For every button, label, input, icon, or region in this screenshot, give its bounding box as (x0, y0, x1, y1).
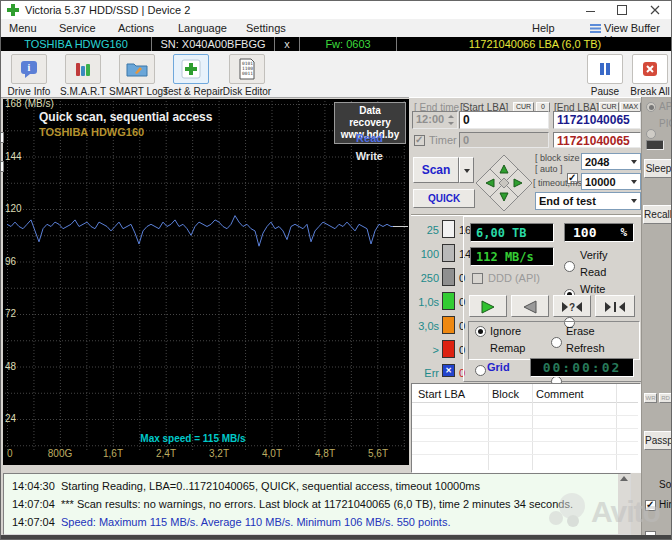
svg-text:5,6T: 5,6T (368, 448, 388, 459)
drive-info-button[interactable]: i Drive Info (1, 53, 57, 95)
erase-radio[interactable] (551, 337, 562, 348)
speed-lcd: 112 MB/s (470, 247, 554, 266)
recall-button[interactable]: Recall (643, 205, 672, 224)
timer-checkbox[interactable] (414, 135, 425, 146)
buffer-list-icon (590, 24, 601, 33)
svg-text:i: i (28, 62, 31, 73)
jump-question-button[interactable]: ? (553, 295, 591, 317)
menu-item-service[interactable]: Service (59, 22, 96, 34)
device-model: TOSHIBA HDWG160 (1, 37, 152, 51)
pio-radio (646, 129, 656, 139)
svg-text:24: 24 (5, 413, 17, 424)
stat-label: 100 (409, 248, 439, 260)
ignore-radio[interactable] (475, 326, 486, 337)
scroll-up-icon (620, 476, 628, 482)
speed-chart: 168 (MB/s)144120967248240800G1,6T2,4T3,2… (3, 99, 409, 465)
read-label: Read (580, 266, 606, 278)
svg-text:800G: 800G (48, 448, 73, 459)
break-all-button[interactable]: Break All (627, 53, 672, 95)
scan-button[interactable]: Scan (413, 157, 459, 183)
hddby-watermark-line1: Data recovery (338, 105, 402, 129)
log-panel[interactable]: 14:04:30 Starting Reading, LBA=0..117210… (3, 473, 631, 535)
passp-button[interactable]: Passp (644, 431, 672, 450)
menu-item-language[interactable]: Language (178, 22, 227, 34)
sleep-button[interactable]: Sleep (644, 159, 672, 178)
max-speed-note: Max speed = 115 MB/s (123, 433, 263, 444)
percent-lcd: 100% (564, 223, 634, 242)
col-block: Block (492, 388, 519, 400)
end-of-test-select[interactable]: End of test (535, 192, 641, 210)
window-title: Victoria 5.37 HDD/SSD | Device 2 (25, 4, 190, 16)
log-row-text: *** Scan results: no warnings, no errors… (61, 498, 614, 510)
stat-label: 3,0s (409, 320, 439, 332)
folder-pencil-icon (119, 54, 155, 84)
smart-label: S.M.A.R.T (55, 86, 111, 97)
block-size-select[interactable]: 2048 (581, 153, 641, 170)
api-label: API (659, 101, 672, 112)
monitor-panel: 6,00 TB 100% 112 MB/s DDD (API) Verify R… (463, 216, 645, 382)
title-bar: Victoria 5.37 HDD/SSD | Device 2 (1, 1, 672, 20)
legend-write-checkbox[interactable] (0, 161, 4, 172)
drive-info-label: Drive Info (1, 86, 57, 97)
test-repair-button[interactable]: Test & Repair (163, 53, 219, 95)
ignore-label: Ignore (490, 325, 521, 337)
timer-label: Timer (429, 134, 457, 146)
device-info-bar: TOSHIBA HDWG160 SN: X040A00BFBGG x Fw: 0… (1, 37, 672, 51)
end-lba-input[interactable]: 11721040065 (553, 111, 641, 129)
stat-block (442, 340, 455, 358)
maximize-button[interactable] (609, 1, 635, 19)
menu-item-actions[interactable]: Actions (118, 22, 154, 34)
smart-logs-button[interactable]: SMART Logs (109, 53, 165, 95)
avito-watermark-text: Avito (591, 495, 660, 529)
legend-read-checkbox[interactable] (0, 132, 4, 143)
close-button[interactable] (642, 1, 668, 19)
remap-radio[interactable] (475, 365, 486, 376)
smart-bars-icon (65, 54, 101, 84)
elapsed-time-lcd: 00:00:02 (530, 358, 634, 377)
capacity-lcd: 6,00 TB (470, 223, 554, 242)
end-time-spinner[interactable]: 12:00 (412, 111, 458, 129)
start-lba-alt-input: 0 (459, 132, 549, 148)
smart-button[interactable]: S.M.A.R.T (55, 53, 111, 95)
current-lba-display: 11721040065 (553, 132, 641, 148)
stat-block (442, 220, 455, 238)
seek-diamond-pad[interactable] (473, 152, 535, 214)
svg-text:0011: 0011 (242, 71, 253, 76)
menu-item-help[interactable]: Help (532, 22, 555, 34)
back-icon (521, 299, 539, 315)
step-back-button[interactable] (511, 295, 549, 317)
pause-button[interactable]: Pause (577, 53, 633, 95)
smart-logs-label: SMART Logs (109, 86, 165, 97)
spinner-arrows-icon[interactable] (447, 114, 455, 126)
svg-text:48: 48 (5, 361, 17, 372)
wr-button: WR (644, 393, 657, 403)
jump-end-button[interactable] (595, 295, 635, 317)
write-label: Write (580, 283, 605, 295)
stat-block (442, 244, 455, 262)
device-x-flag[interactable]: x (275, 37, 300, 51)
toolbar: i Drive Info S.M.A.R.T SMART Logs Test &… (1, 51, 672, 98)
binary-document-icon: 010111000011 (229, 54, 265, 84)
scan-dropdown-button[interactable] (459, 157, 474, 183)
stat-block (442, 268, 455, 286)
disk-editor-button[interactable]: 010111000011 Disk Editor (219, 53, 275, 95)
menu-item-menu[interactable]: Menu (9, 22, 37, 34)
minimize-button[interactable] (577, 1, 603, 19)
rd-button: RD (659, 393, 672, 403)
start-lba-input[interactable]: 0 (459, 111, 549, 129)
app-icon (7, 4, 19, 16)
error-x-icon: ✕ (442, 364, 455, 377)
stat-label: > (409, 344, 439, 356)
menu-item-settings[interactable]: Settings (246, 22, 286, 34)
timeout-label: [ timeout,ms ] (533, 178, 587, 188)
refresh-label: Refresh (566, 342, 605, 354)
victoria-window: Victoria 5.37 HDD/SSD | Device 2 Menu Se… (0, 0, 672, 540)
timeout-select[interactable]: 10000 (581, 173, 641, 190)
start-play-button[interactable] (469, 295, 507, 317)
log-row-time: 14:07:04 (12, 516, 58, 528)
defect-table[interactable]: Start LBA Block Comment (411, 383, 641, 473)
activity-led (646, 140, 664, 150)
quick-button[interactable]: QUICK (413, 189, 475, 208)
svg-text:?: ? (569, 302, 575, 313)
verify-radio[interactable] (564, 261, 575, 272)
